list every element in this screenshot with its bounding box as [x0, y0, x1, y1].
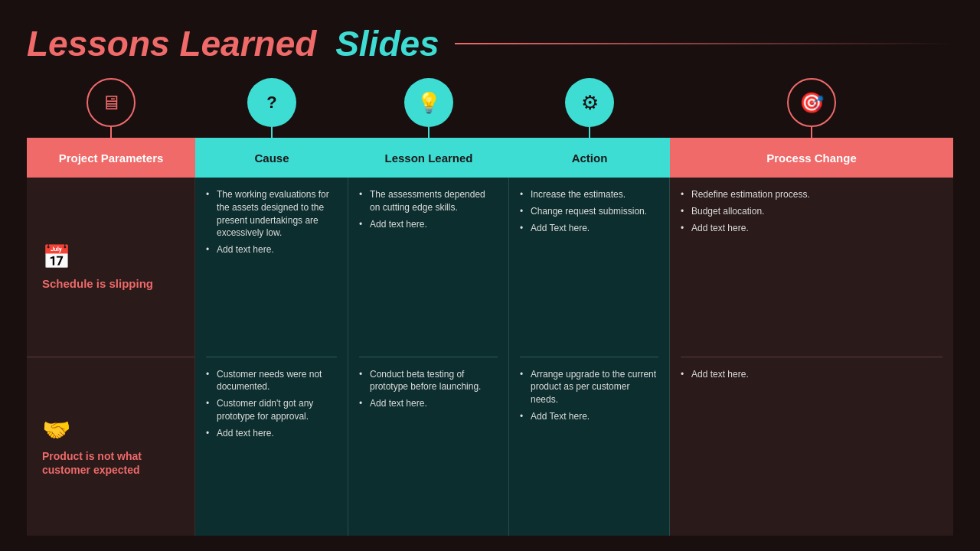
param-row2-label: Product is not what customer expected	[42, 449, 179, 477]
cause-icon-stem	[271, 127, 273, 138]
process-row1-list: Redefine estimation process. Budget allo…	[681, 188, 942, 234]
header-process: Process Change	[670, 138, 953, 178]
action-icon-stem	[589, 127, 590, 138]
cause-row2-item2: Customer didn't got any prototype for ap…	[206, 397, 337, 423]
page: Lessons Learned Slides 🖥 ? 💡	[0, 0, 980, 551]
process-row2-item1: Add text here.	[681, 368, 942, 381]
cause-row1-item2: Add text here.	[206, 243, 337, 256]
action-row1: Increase the estimates. Change request s…	[509, 178, 669, 357]
header-params: Project Parameters	[27, 138, 195, 178]
title-divider	[455, 43, 953, 44]
col-params: 📅 Schedule is slipping 🤝 Product is not …	[27, 178, 195, 536]
process-row1: Redefine estimation process. Budget allo…	[670, 178, 953, 357]
param-row2-icon: 🤝	[42, 416, 70, 443]
param-row1: 📅 Schedule is slipping	[27, 178, 194, 357]
page-title: Lessons Learned Slides	[27, 23, 439, 64]
cause-row2-item1: Customer needs were not documented.	[206, 368, 337, 394]
action-row2-item2: Add Text here.	[520, 410, 658, 423]
action-row2: Arrange upgrade to the current product a…	[509, 357, 669, 536]
col-cause: The working evaluations for the assets d…	[195, 178, 348, 536]
icon-params: 🖥	[27, 78, 195, 138]
table-body: 📅 Schedule is slipping 🤝 Product is not …	[27, 178, 953, 536]
lesson-row1-item2: Add text here.	[359, 218, 498, 231]
action-icon-circle: ⚙	[565, 78, 614, 127]
col-action: Increase the estimates. Change request s…	[509, 178, 670, 536]
param-row1-label: Schedule is slipping	[42, 276, 153, 292]
lesson-row1: The assessments depended on cutting edge…	[348, 178, 508, 357]
lesson-icon-stem	[428, 127, 430, 138]
header-row: Project Parameters Cause Lesson Learned …	[27, 138, 953, 178]
cause-row2: Customer needs were not documented. Cust…	[195, 357, 348, 536]
lesson-row2-item2: Add text here.	[359, 397, 498, 410]
lesson-row2-list: Conduct beta testing of prototype before…	[359, 368, 498, 410]
icons-row: 🖥 ? 💡 ⚙ 🎯	[27, 78, 953, 138]
lesson-row2-item1: Conduct beta testing of prototype before…	[359, 368, 498, 394]
title-bold: Lessons Learned	[27, 24, 316, 64]
title-row: Lessons Learned Slides	[27, 23, 953, 64]
icon-lesson: 💡	[348, 78, 509, 138]
action-row1-item3: Add Text here.	[520, 222, 658, 235]
action-row2-list: Arrange upgrade to the current product a…	[520, 368, 658, 423]
cause-row1-list: The working evaluations for the assets d…	[206, 188, 337, 256]
cause-row2-list: Customer needs were not documented. Cust…	[206, 368, 337, 440]
title-teal: Slides	[335, 24, 439, 64]
process-row2-list: Add text here.	[681, 368, 942, 381]
lesson-row2: Conduct beta testing of prototype before…	[348, 357, 508, 536]
action-row1-item1: Increase the estimates.	[520, 188, 658, 201]
process-row1-item1: Redefine estimation process.	[681, 188, 942, 201]
cause-row1-item1: The working evaluations for the assets d…	[206, 188, 337, 240]
action-row1-list: Increase the estimates. Change request s…	[520, 188, 658, 234]
cause-row1: The working evaluations for the assets d…	[195, 178, 348, 357]
process-row1-item2: Budget allocation.	[681, 205, 942, 218]
action-row1-item2: Change request submission.	[520, 205, 658, 218]
icon-action: ⚙	[509, 78, 670, 138]
icon-cause: ?	[195, 78, 348, 138]
header-lesson: Lesson Learned	[348, 138, 509, 178]
lesson-row1-list: The assessments depended on cutting edge…	[359, 188, 498, 230]
header-action: Action	[509, 138, 670, 178]
process-row1-item3: Add text here.	[681, 222, 942, 235]
action-row2-item1: Arrange upgrade to the current product a…	[520, 368, 658, 406]
params-icon-circle: 🖥	[87, 78, 136, 127]
param-row2: 🤝 Product is not what customer expected	[27, 357, 194, 536]
param-row1-icon: 📅	[42, 243, 70, 270]
process-icon-stem	[811, 127, 812, 138]
header-cause: Cause	[195, 138, 348, 178]
icon-process: 🎯	[670, 78, 953, 138]
cause-row2-item3: Add text here.	[206, 427, 337, 440]
process-icon-circle: 🎯	[787, 78, 836, 127]
col-process: Redefine estimation process. Budget allo…	[670, 178, 953, 536]
process-row2: Add text here.	[670, 357, 953, 536]
cause-icon-circle: ?	[247, 78, 296, 127]
lesson-icon-circle: 💡	[404, 78, 453, 127]
lesson-row1-item1: The assessments depended on cutting edge…	[359, 188, 498, 214]
params-icon-stem	[110, 127, 112, 138]
col-lesson: The assessments depended on cutting edge…	[348, 178, 509, 536]
